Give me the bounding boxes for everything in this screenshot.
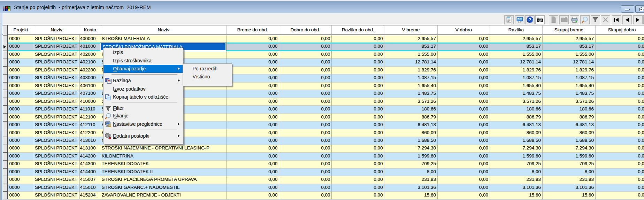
svg-text:?: ? (528, 17, 531, 22)
